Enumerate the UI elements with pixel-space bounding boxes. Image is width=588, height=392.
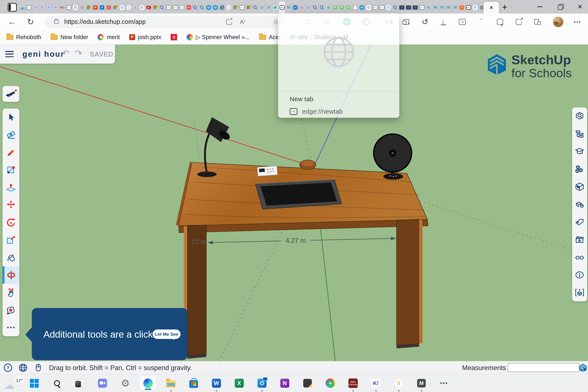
dots-tab[interactable]: ••• [166,4,172,12]
padlet-tab[interactable]: P [339,4,345,12]
tab-actions-button[interactable] [8,3,17,12]
search-tab[interactable] [252,4,259,12]
teams-tab[interactable]: •• [39,4,46,12]
web-capture-icon[interactable] [494,14,506,30]
collections-icon[interactable] [401,14,412,30]
split-screen-icon[interactable] [532,14,543,30]
search-taskbar-button[interactable] [48,376,65,390]
hp-tab[interactable]: hp [212,4,219,12]
wooden-bowl-model[interactable] [300,160,316,170]
bookmark-new-folder[interactable]: New folder [51,34,88,40]
google-tab[interactable]: G [119,4,126,12]
bing-tab[interactable]: b [266,4,272,12]
ms-tab[interactable] [152,4,159,12]
orbit-tool[interactable] [2,266,19,284]
dimension-annotation[interactable]: 4.27 m 22 m [192,236,396,245]
mouse-icon[interactable] [34,363,42,372]
merit-tab[interactable]: M [286,4,292,12]
materials-panel[interactable] [572,196,587,213]
graph-tab[interactable]: ∴ [412,4,419,12]
store-tab[interactable] [219,4,226,12]
new-tab-button[interactable]: + [498,2,511,12]
ms-tab[interactable] [86,4,92,12]
edge-taskbar-button[interactable] [140,376,156,390]
settings-menu-icon[interactable]: ••• [572,14,584,30]
window-minimize-button[interactable] [531,0,548,14]
merit-tab[interactable]: M [432,4,439,12]
url-text[interactable]: https://edu.sketchup.com/app [64,18,146,25]
window-close-button[interactable] [572,0,588,14]
robot-tab[interactable]: oo [292,4,299,12]
whiteboard-plus-taskbar-button[interactable]: + [322,376,339,390]
chrome-tab[interactable]: ⌂ [226,4,232,12]
weather-widget[interactable]: ☁ 17° [4,375,27,391]
gear-tab[interactable]: ⚙ [259,4,266,12]
teams-tab[interactable]: •• [32,4,39,12]
search-tab[interactable] [319,4,326,12]
merit-tab[interactable]: M [439,4,445,12]
google-tab[interactable]: G [72,4,79,12]
undo-button[interactable]: ↶ [62,48,70,58]
graph-tab[interactable]: ∴ [399,4,405,12]
model-info-panel[interactable] [572,266,587,284]
tab-close-icon[interactable]: ✕ [489,5,494,11]
sketchup-home-button[interactable] [2,86,19,102]
hp-tab[interactable]: hp [359,4,365,12]
bing-tab[interactable]: b [425,4,432,12]
kahoot-taskbar-button[interactable]: K! [368,376,384,390]
dots-tab[interactable]: ••• [379,4,385,12]
bookmark-spinner-wheel[interactable]: ▷ Spinner Wheel »... [186,34,250,40]
bookmark-josh-pptx[interactable]: Pjosh.pptx [129,34,161,40]
yt-tab[interactable]: ▶ [146,4,152,12]
ag-tab[interactable]: AG [59,4,66,12]
more-tools-button[interactable] [2,319,19,336]
excel-taskbar-button[interactable]: X [231,376,248,390]
pdf-tab[interactable]: PDF [186,4,192,12]
search-tab[interactable] [159,4,166,12]
scenes-panel[interactable] [572,231,587,248]
warehouse-panel[interactable] [572,178,587,196]
styles-panel[interactable] [572,248,587,266]
tape-measure-tool[interactable] [2,301,19,319]
let-me-see-button[interactable]: Let Me See [152,330,180,339]
history-icon[interactable]: ↺ [420,14,430,30]
dots-tab[interactable]: ••• [372,4,379,12]
globe-tab[interactable]: ⊕ [306,4,312,12]
chat-taskbar-button[interactable] [94,376,111,390]
dl-tab[interactable]: ↓ [106,4,112,12]
bookmark-acer[interactable]: Acer [259,34,281,40]
start-taskbar-button[interactable] [26,376,42,390]
overflow-taskbar-button[interactable]: ••• [436,376,452,390]
tags-panel[interactable] [572,213,587,231]
ms-tab[interactable] [232,4,239,12]
pan-tool[interactable] [2,284,19,301]
cloud-tab[interactable]: ☁ [19,4,26,12]
dots-tab[interactable]: ••• [172,4,179,12]
globe-tab[interactable]: ⊕ [299,4,306,12]
math-solver-icon[interactable]: √x [456,14,468,30]
help-icon[interactable]: ? [4,363,12,372]
ms-store-taskbar-button[interactable] [185,376,202,390]
teams-tab[interactable]: •• [46,4,52,12]
shapes-tool[interactable] [2,161,19,179]
downloads-icon[interactable] [438,14,449,30]
hp-tab[interactable]: hp [206,4,212,12]
active-tab[interactable]: ✕ [484,2,499,14]
swiggy-tab[interactable]: > [458,4,465,12]
back-button[interactable]: ← [6,14,18,30]
citations-icon[interactable]: ” [476,14,486,30]
ppt-tab[interactable]: P [92,4,99,12]
measurements-input[interactable] [508,363,580,372]
google-tab[interactable]: G [472,4,478,12]
https-lock-icon[interactable] [54,20,59,24]
search-tab[interactable] [199,4,206,12]
padlet-tab[interactable]: P [332,4,339,12]
doc-tab[interactable] [179,4,186,12]
merit-tab[interactable]: M [452,4,458,12]
scratch-taskbar-button[interactable]: S [390,376,407,390]
rotate-tool[interactable] [2,214,19,231]
scale-tool[interactable] [2,231,19,249]
geolocation-globe-icon[interactable] [18,363,28,372]
search-model-panel[interactable] [572,108,587,125]
task-view-taskbar-button[interactable] [71,376,88,390]
